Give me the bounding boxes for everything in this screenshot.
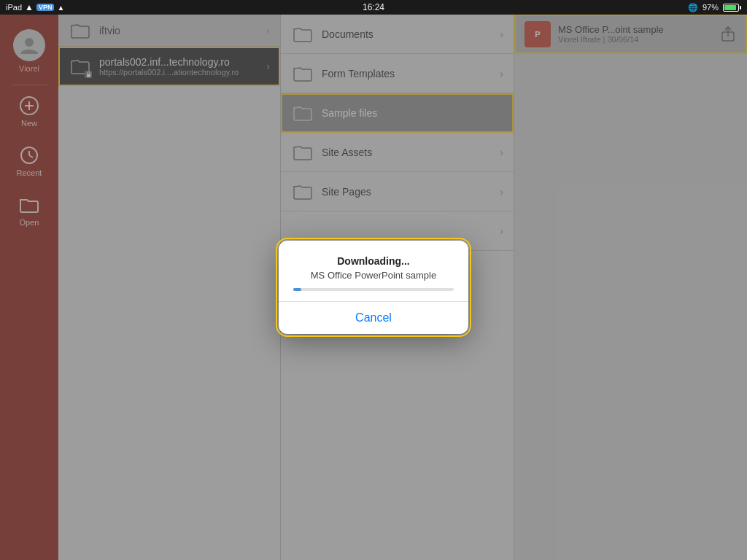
modal-overlay: Downloading... MS Office PowerPoint samp… xyxy=(0,15,747,560)
cancel-button[interactable]: Cancel xyxy=(279,302,468,334)
status-bar: iPad ▲ VPN ▲ 16:24 🌐 97% xyxy=(0,0,747,15)
signal-icon: ▲ xyxy=(57,4,64,12)
main-container: Viorel New Recent xyxy=(0,15,747,560)
dialog-body: Downloading... MS Office PowerPoint samp… xyxy=(279,241,468,302)
progress-bar-fill xyxy=(293,288,301,291)
battery-indicator xyxy=(723,4,741,12)
wifi-icon: ▲ xyxy=(25,2,34,12)
status-right: 🌐 97% xyxy=(688,3,741,12)
device-label: iPad xyxy=(6,3,22,12)
dialog-title: Downloading... xyxy=(293,255,454,267)
dialog-subtitle: MS Office PowerPoint sample xyxy=(293,270,454,281)
status-time: 16:24 xyxy=(363,2,384,12)
progress-bar-container xyxy=(293,288,454,291)
battery-pct: 97% xyxy=(703,3,719,12)
vpn-badge: VPN xyxy=(36,4,55,11)
status-left: iPad ▲ VPN ▲ xyxy=(6,2,64,12)
globe-icon: 🌐 xyxy=(688,3,698,12)
dialog-footer: Cancel xyxy=(279,302,468,334)
download-dialog: Downloading... MS Office PowerPoint samp… xyxy=(279,241,468,334)
